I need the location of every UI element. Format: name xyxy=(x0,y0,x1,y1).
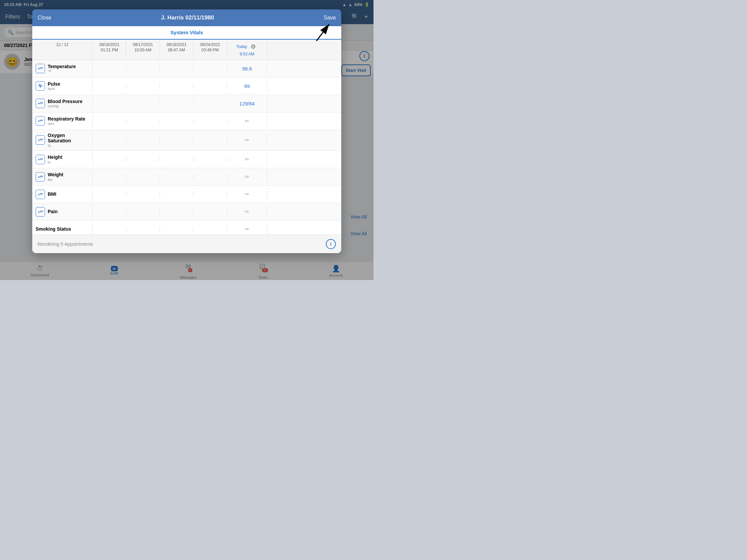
bp-col4 xyxy=(194,101,227,106)
vital-unit-bloodpressure: mmHg xyxy=(48,104,82,108)
col-time-2: 10:00 AM xyxy=(130,48,156,53)
vitals-table: 12 / 12 08/16/2021 01:21 PM 08/17/2021 1… xyxy=(32,39,341,235)
height-col2 xyxy=(126,157,160,162)
weight-col1 xyxy=(93,174,126,180)
bp-col2 xyxy=(126,101,160,106)
rr-col3 xyxy=(160,118,194,124)
col-header-4: 08/24/2021 03:49 PM xyxy=(194,39,227,60)
bmi-col3 xyxy=(160,192,194,197)
smoking-today-edit[interactable]: ✏ xyxy=(227,223,267,235)
col-date-1: 08/16/2021 xyxy=(96,42,123,48)
pain-today-edit[interactable]: ✏ xyxy=(227,206,267,218)
pain-col4 xyxy=(194,209,227,215)
os-col3 xyxy=(160,137,194,143)
modal-title: J. Harris 02/11/1980 xyxy=(161,15,214,21)
vital-icon-height xyxy=(35,155,45,164)
vital-row-height: Height in ✏ xyxy=(32,151,341,168)
vital-name-text-temperature: Temperature xyxy=(48,64,76,70)
vital-name-respiratoryrate: Respiratory Rate rpm xyxy=(32,113,93,129)
vital-row-smokingstatus: Smoking Status ✏ xyxy=(32,220,341,235)
vital-name-text-oxygensaturation: Oxygen Saturation xyxy=(48,133,89,144)
col-time-today: 9:53 AM xyxy=(230,52,264,57)
table-header-row: 12 / 12 08/16/2021 01:21 PM 08/17/2021 1… xyxy=(32,39,341,60)
vital-icon-pulse xyxy=(35,81,45,91)
vital-row-pain: Pain ✏ xyxy=(32,203,341,220)
vital-name-height: Height in xyxy=(32,152,93,167)
vital-icon-temperature xyxy=(35,64,45,73)
rr-col2 xyxy=(126,118,160,124)
pulse-col3 xyxy=(160,83,194,89)
col-date-today: Today xyxy=(236,44,247,50)
vital-name-text-respiratoryrate: Respiratory Rate xyxy=(48,116,85,122)
col-header-1: 08/16/2021 01:21 PM xyxy=(93,39,126,60)
vital-name-bloodpressure: Blood Pressure mmHg xyxy=(32,96,93,111)
weight-today-edit[interactable]: ✏ xyxy=(227,171,267,183)
edit-icon-height[interactable]: ✏ xyxy=(245,156,249,162)
vital-icon-pain xyxy=(35,207,45,217)
col-time-3: 08:47 AM xyxy=(163,48,190,53)
rendering-text: Rendering 5 Appointments xyxy=(37,241,93,247)
os-today-edit[interactable]: ✏ xyxy=(227,134,267,146)
vital-name-text-bmi: BMI xyxy=(48,191,56,197)
gear-icon[interactable]: ⚙ xyxy=(249,42,258,52)
os-col1 xyxy=(93,137,126,143)
rr-col1 xyxy=(93,118,126,124)
bp-col1 xyxy=(93,101,126,106)
vital-name-text-pulse: Pulse xyxy=(48,81,60,87)
pulse-today-value[interactable]: 89 xyxy=(227,81,267,92)
edit-icon-oxygensaturation[interactable]: ✏ xyxy=(245,137,249,143)
bmi-today-edit[interactable]: ✏ xyxy=(227,188,267,200)
vital-name-text-smokingstatus: Smoking Status xyxy=(35,226,71,232)
vital-name-smokingstatus: Smoking Status xyxy=(32,223,93,235)
edit-icon-bmi[interactable]: ✏ xyxy=(245,191,249,197)
vital-name-pulse: Pulse bpm xyxy=(32,79,93,94)
vital-row-pulse: Pulse bpm 89 xyxy=(32,78,341,95)
footer-info-icon: i xyxy=(330,241,332,247)
smoking-col4 xyxy=(194,226,227,232)
rr-today-edit[interactable]: ✏ xyxy=(227,115,267,127)
edit-icon-pain[interactable]: ✏ xyxy=(245,209,249,215)
weight-col2 xyxy=(126,174,160,180)
pulse-col2 xyxy=(126,83,160,89)
vital-unit-respiratoryrate: rpm xyxy=(48,122,85,126)
save-button[interactable]: Save xyxy=(324,15,336,21)
height-today-edit[interactable]: ✏ xyxy=(227,154,267,165)
temp-col4 xyxy=(194,66,227,71)
vital-icon-weight xyxy=(35,172,45,182)
edit-icon-smokingstatus[interactable]: ✏ xyxy=(245,226,249,232)
vital-icon-oxygensaturation xyxy=(35,135,45,145)
vital-row-respiratoryrate: Respiratory Rate rpm ✏ xyxy=(32,112,341,130)
temp-today-value[interactable]: 98.6 xyxy=(227,63,267,74)
close-button[interactable]: Close xyxy=(37,15,51,21)
col-time-4: 03:49 PM xyxy=(197,48,223,53)
vital-name-text-height: Height xyxy=(48,155,62,160)
footer-info-button[interactable]: i xyxy=(326,239,336,249)
col-header-3: 08/18/2021 08:47 AM xyxy=(160,39,194,60)
vital-icon-respiratoryrate xyxy=(35,116,45,126)
bmi-col2 xyxy=(126,192,160,197)
vital-name-text-pain: Pain xyxy=(48,209,58,215)
bmi-col1 xyxy=(93,192,126,197)
vitals-subheader: System Vitals xyxy=(32,26,341,39)
edit-icon-weight[interactable]: ✏ xyxy=(245,174,249,180)
pulse-col1 xyxy=(93,83,126,89)
vital-icon-bloodpressure xyxy=(35,99,45,108)
vital-unit-oxygensaturation: % xyxy=(48,144,89,148)
height-col1 xyxy=(93,157,126,162)
weight-col4 xyxy=(194,174,227,180)
temp-col1 xyxy=(93,66,126,71)
vital-row-weight: Weight lbs ✏ xyxy=(32,168,341,186)
vital-row-oxygensaturation: Oxygen Saturation % ✏ xyxy=(32,130,341,151)
modal-header: Close J. Harris 02/11/1980 Save xyxy=(32,9,341,26)
smoking-col2 xyxy=(126,226,160,232)
vital-name-bmi: BMI xyxy=(32,187,93,202)
bp-today-value[interactable]: 129/84 xyxy=(227,98,267,109)
col-date-3: 08/18/2021 xyxy=(163,42,190,48)
vital-name-text-bloodpressure: Blood Pressure xyxy=(48,99,82,104)
vital-name-oxygensaturation: Oxygen Saturation % xyxy=(32,130,93,151)
vital-name-text-weight: Weight xyxy=(48,172,63,178)
vital-row-temperature: Temperature °F 98.6 xyxy=(32,60,341,78)
weight-col3 xyxy=(160,174,194,180)
pain-col1 xyxy=(93,209,126,215)
edit-icon-respiratoryrate[interactable]: ✏ xyxy=(245,118,249,124)
